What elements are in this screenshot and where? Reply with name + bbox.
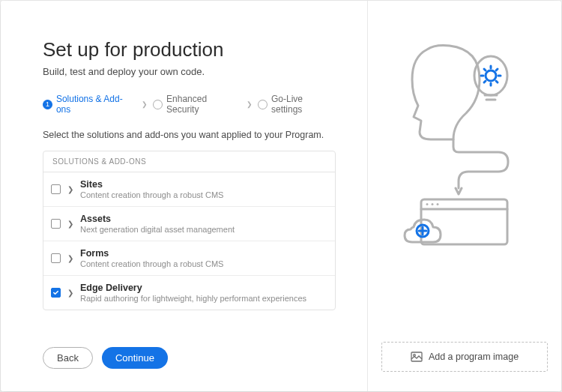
list-heading: SOLUTIONS & ADD-ONS	[43, 151, 335, 172]
svg-line-13	[484, 69, 486, 70]
row-text: Edge DeliveryRapid authoring for lightwe…	[80, 283, 327, 303]
solution-row-sites[interactable]: ❯SitesContent creation through a robust …	[43, 172, 335, 207]
chevron-right-icon: ❯	[67, 289, 73, 297]
svg-point-5	[426, 203, 429, 205]
chevron-right-icon: ❯	[247, 100, 253, 108]
image-icon	[411, 352, 423, 362]
row-text: AssetsNext generation digital asset mana…	[80, 214, 327, 234]
step-number-icon: 1	[43, 100, 52, 109]
step-circle-icon	[258, 100, 268, 109]
idea-illustration	[397, 38, 532, 248]
chevron-right-icon: ❯	[67, 220, 73, 228]
footer-actions: Back Continue	[43, 332, 336, 369]
wizard-steps: 1 Solutions & Add-ons ❯ Enhanced Securit…	[43, 94, 336, 115]
checkbox[interactable]	[51, 253, 61, 263]
svg-rect-3	[421, 199, 507, 244]
row-text: FormsContent creation through a robust C…	[80, 248, 327, 268]
row-text: SitesContent creation through a robust C…	[80, 179, 327, 199]
checkbox[interactable]	[51, 288, 61, 298]
solution-row-forms[interactable]: ❯FormsContent creation through a robust …	[43, 241, 335, 276]
row-title: Edge Delivery	[80, 283, 327, 293]
checkbox[interactable]	[51, 184, 61, 194]
setup-modal: Set up for production Build, test and de…	[1, 1, 561, 391]
svg-point-6	[432, 203, 434, 205]
row-desc: Content creation through a robust CMS	[80, 190, 327, 199]
svg-line-14	[496, 81, 498, 82]
wizard-step-golive[interactable]: Go-Live settings	[258, 94, 336, 115]
right-pane: Add a program image	[368, 1, 561, 391]
upload-label: Add a program image	[429, 352, 519, 362]
svg-line-15	[484, 81, 486, 82]
wizard-step-solutions[interactable]: 1 Solutions & Add-ons	[43, 94, 136, 115]
solution-row-assets[interactable]: ❯AssetsNext generation digital asset man…	[43, 207, 335, 241]
step-circle-icon	[153, 100, 163, 109]
svg-point-7	[437, 203, 439, 205]
row-desc: Content creation through a robust CMS	[80, 259, 327, 268]
step-label: Go-Live settings	[271, 94, 336, 115]
chevron-right-icon: ❯	[67, 185, 73, 193]
svg-point-8	[486, 70, 496, 81]
back-button[interactable]: Back	[43, 347, 93, 369]
solutions-list: SOLUTIONS & ADD-ONS ❯SitesContent creati…	[43, 151, 336, 310]
chevron-right-icon: ❯	[142, 100, 148, 108]
step-label: Solutions & Add-ons	[56, 94, 136, 115]
row-title: Assets	[80, 214, 327, 224]
page-title: Set up for production	[43, 38, 336, 61]
left-pane: Set up for production Build, test and de…	[1, 1, 368, 391]
page-subtitle: Build, test and deploy your own code.	[43, 66, 336, 77]
row-desc: Rapid authoring for lightweight, highly …	[80, 294, 327, 303]
step-label: Enhanced Security	[166, 94, 241, 115]
row-title: Forms	[80, 248, 327, 259]
row-title: Sites	[80, 179, 327, 190]
svg-line-16	[496, 69, 498, 70]
checkbox[interactable]	[51, 219, 61, 229]
solution-row-edge-delivery[interactable]: ❯Edge DeliveryRapid authoring for lightw…	[43, 276, 335, 310]
chevron-right-icon: ❯	[67, 254, 73, 262]
instruction-text: Select the solutions and add-ons you wan…	[43, 130, 336, 140]
add-program-image-button[interactable]: Add a program image	[381, 342, 548, 372]
wizard-step-security[interactable]: Enhanced Security	[153, 94, 241, 115]
continue-button[interactable]: Continue	[102, 347, 168, 369]
row-desc: Next generation digital asset management	[80, 225, 327, 234]
